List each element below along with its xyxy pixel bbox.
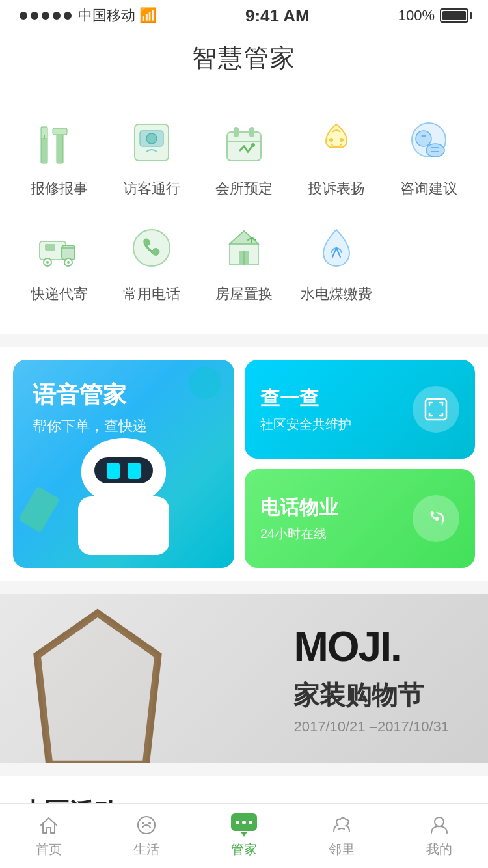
banner-date: 2017/10/21 –2017/10/31 bbox=[293, 718, 449, 735]
consult-label: 咨询建议 bbox=[400, 179, 457, 198]
status-right: 100% bbox=[398, 7, 468, 24]
svg-rect-9 bbox=[234, 127, 239, 137]
mine-nav-icon bbox=[427, 813, 451, 837]
utility-icon bbox=[308, 219, 365, 277]
svg-point-36 bbox=[435, 817, 444, 826]
status-left: 中国移动 📶 bbox=[20, 6, 157, 25]
nav-butler-label: 管家 bbox=[231, 841, 257, 858]
nav-mine-label: 我的 bbox=[426, 841, 452, 858]
feature-section: 语音管家 帮你下单，查快递 查一查 社区安全共维护 bbox=[0, 347, 488, 581]
utility-label: 水电煤缴费 bbox=[301, 284, 372, 304]
status-bar: 中国移动 📶 9:41 AM 100% bbox=[0, 0, 488, 29]
divider-1 bbox=[0, 334, 488, 347]
query-card[interactable]: 查一查 社区安全共维护 bbox=[245, 360, 475, 459]
svg-point-35 bbox=[148, 822, 151, 824]
svg-rect-26 bbox=[45, 244, 55, 251]
banner-text: MOJI. 家装购物节 2017/10/21 –2017/10/31 bbox=[293, 623, 449, 735]
query-icon bbox=[413, 386, 459, 433]
battery-icon bbox=[440, 8, 468, 23]
nav-life[interactable]: 生活 bbox=[98, 804, 195, 868]
services-grid-row1: 报修报事 访客通行 bbox=[0, 103, 488, 314]
club-label: 会所预定 bbox=[215, 179, 273, 198]
service-phone[interactable]: 常用电话 bbox=[105, 209, 198, 314]
banner-brand: MOJI. bbox=[293, 623, 449, 671]
service-consult[interactable]: 咨询建议 bbox=[383, 103, 475, 209]
robot-eye-right bbox=[128, 463, 141, 479]
battery-percent: 100% bbox=[398, 7, 435, 24]
nav-butler[interactable]: 管家 bbox=[195, 804, 293, 868]
repair-label: 报修报事 bbox=[31, 179, 88, 198]
geo-decoration-circle bbox=[189, 366, 221, 399]
nav-life-label: 生活 bbox=[133, 841, 159, 858]
home-nav-icon bbox=[37, 813, 61, 837]
visitor-label: 访客通行 bbox=[123, 179, 180, 198]
call-property-card[interactable]: 电话物业 24小时在线 bbox=[245, 469, 475, 568]
repair-icon bbox=[31, 114, 88, 171]
service-utility[interactable]: 水电煤缴费 bbox=[290, 209, 383, 314]
visitor-icon bbox=[123, 114, 180, 171]
house-label: 房屋置换 bbox=[215, 284, 273, 304]
club-icon bbox=[215, 114, 273, 171]
robot-head bbox=[81, 438, 166, 503]
svg-point-25 bbox=[67, 261, 70, 264]
robot-visor bbox=[94, 457, 153, 483]
svg-point-17 bbox=[426, 144, 444, 157]
robot-body bbox=[78, 496, 169, 555]
call-property-icon bbox=[413, 495, 459, 542]
courier-icon bbox=[31, 219, 88, 277]
house-icon bbox=[215, 219, 273, 277]
service-complaint[interactable]: 投诉表扬 bbox=[290, 103, 383, 209]
neighborhood-nav-icon bbox=[330, 813, 353, 837]
complaint-icon bbox=[308, 114, 365, 171]
robot-eye-left bbox=[107, 463, 120, 479]
svg-rect-0 bbox=[41, 137, 47, 163]
svg-rect-4 bbox=[53, 128, 67, 135]
svg-point-27 bbox=[133, 230, 170, 266]
consult-icon bbox=[400, 114, 457, 171]
service-house[interactable]: 房屋置换 bbox=[198, 209, 290, 314]
nav-neighborhood[interactable]: 邻里 bbox=[293, 804, 390, 868]
nav-home-label: 首页 bbox=[36, 841, 62, 858]
banner-title: 家装购物节 bbox=[293, 677, 449, 713]
services-section: 报修报事 访客通行 bbox=[0, 90, 488, 334]
svg-point-23 bbox=[46, 261, 49, 264]
butler-nav-icon bbox=[230, 813, 258, 837]
voice-assistant-subtitle: 帮你下单，查快递 bbox=[33, 416, 147, 436]
time-display: 9:41 AM bbox=[245, 6, 310, 26]
svg-rect-3 bbox=[57, 132, 63, 163]
complaint-label: 投诉表扬 bbox=[308, 179, 365, 198]
carrier-label: 中国移动 bbox=[78, 6, 135, 25]
svg-marker-32 bbox=[37, 613, 158, 763]
banner-section[interactable]: MOJI. 家装购物节 2017/10/21 –2017/10/31 bbox=[0, 594, 488, 763]
svg-rect-10 bbox=[249, 127, 254, 137]
voice-assistant-content: 语音管家 帮你下单，查快递 bbox=[33, 379, 147, 436]
svg-point-7 bbox=[146, 133, 157, 144]
service-repair[interactable]: 报修报事 bbox=[13, 103, 105, 209]
courier-label: 快递代寄 bbox=[31, 284, 88, 304]
wifi-icon: 📶 bbox=[139, 7, 157, 24]
service-courier[interactable]: 快递代寄 bbox=[13, 209, 105, 314]
life-nav-icon bbox=[135, 813, 158, 837]
page-header: 智慧管家 bbox=[0, 29, 488, 90]
svg-point-34 bbox=[142, 822, 144, 824]
voice-assistant-title: 语音管家 bbox=[33, 379, 147, 411]
page-title: 智慧管家 bbox=[0, 42, 488, 75]
phone-label: 常用电话 bbox=[123, 284, 180, 304]
banner-mirror-graphic bbox=[20, 607, 176, 763]
nav-home[interactable]: 首页 bbox=[0, 804, 98, 868]
svg-point-12 bbox=[251, 143, 255, 147]
svg-point-16 bbox=[416, 131, 431, 146]
svg-point-13 bbox=[329, 138, 333, 142]
robot-figure bbox=[52, 438, 195, 568]
nav-neighborhood-label: 邻里 bbox=[329, 841, 355, 858]
service-club[interactable]: 会所预定 bbox=[198, 103, 290, 209]
signal-dots bbox=[20, 12, 72, 20]
feature-right-cards: 查一查 社区安全共维护 电话物业 24小时在线 bbox=[245, 360, 475, 568]
phone-icon-wrap bbox=[123, 219, 180, 277]
service-visitor[interactable]: 访客通行 bbox=[105, 103, 198, 209]
nav-mine[interactable]: 我的 bbox=[390, 804, 488, 868]
voice-assistant-card[interactable]: 语音管家 帮你下单，查快递 bbox=[13, 360, 234, 568]
bottom-nav: 首页 生活 管家 邻里 bbox=[0, 803, 488, 868]
svg-point-14 bbox=[340, 138, 344, 142]
